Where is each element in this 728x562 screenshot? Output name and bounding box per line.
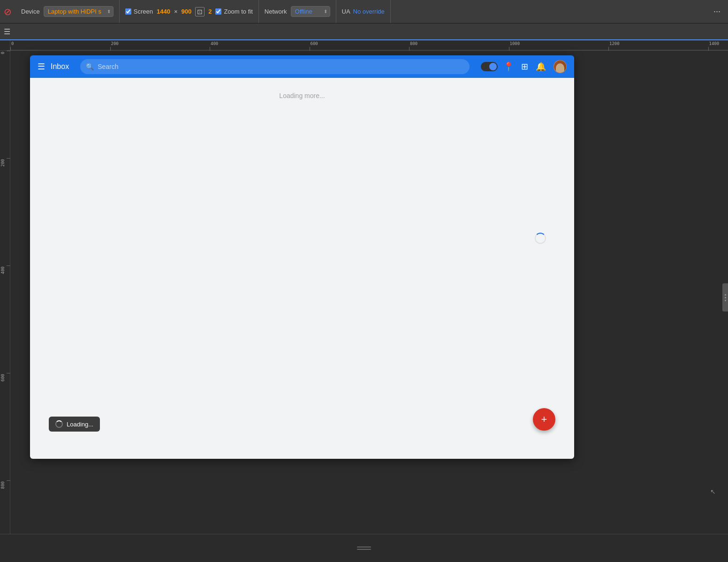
screen-checkbox-label[interactable]: Screen — [125, 8, 153, 15]
ua-section: UA No override — [336, 0, 391, 23]
drag-bar-2 — [357, 549, 371, 550]
screen-label: Screen — [134, 8, 153, 15]
device-selector[interactable]: Laptop with HiDPI s — [44, 6, 114, 17]
canvas-area: 0 200 400 600 800 1000 1200 1400 — [0, 40, 728, 534]
toolbar-row1: ⊘ Device Laptop with HiDPI s ⬍ Screen 14… — [0, 0, 728, 23]
resize-dot-3 — [725, 300, 726, 301]
toolbar-row2: ☰ — [0, 23, 728, 40]
ua-label: UA — [342, 8, 350, 15]
screen-height: 900 — [181, 8, 191, 15]
ruler-corner — [0, 40, 10, 51]
zoom-checkbox[interactable] — [215, 8, 221, 15]
avatar[interactable] — [554, 60, 567, 73]
search-placeholder: Search — [98, 63, 118, 70]
app-content: Loading more... + Loading... — [30, 78, 574, 459]
device-section: Device Laptop with HiDPI s ⬍ — [15, 0, 120, 23]
screen-x: × — [174, 8, 178, 15]
toggle-switch[interactable] — [481, 62, 498, 71]
zoom-checkbox-label[interactable]: Zoom to fit — [215, 8, 252, 15]
search-icon: 🔍 — [86, 63, 94, 70]
bottom-area — [0, 534, 728, 562]
resize-arrow-icon[interactable]: ↖ — [710, 488, 716, 495]
screen-width: 1440 — [157, 8, 170, 15]
ruler-horizontal: 0 200 400 600 800 1000 1200 1400 — [10, 40, 728, 51]
screen-checkbox[interactable] — [125, 8, 131, 15]
zoom-label: Zoom to fit — [224, 8, 252, 15]
app-title: Inbox — [51, 62, 69, 71]
network-section: Network Offline Online Slow 3G Fast 3G ⬍ — [259, 0, 336, 23]
more-options-button[interactable]: ··· — [710, 5, 724, 18]
screenshot-icon[interactable]: ⊡ — [195, 7, 205, 16]
device-select-wrapper[interactable]: Laptop with HiDPI s ⬍ — [44, 6, 114, 17]
loading-more-text: Loading more... — [279, 92, 325, 99]
fab-button[interactable]: + — [533, 408, 555, 431]
bottom-drag-handle[interactable] — [357, 547, 371, 550]
drag-bar-1 — [357, 547, 371, 547]
location-icon[interactable]: 📍 — [503, 61, 514, 72]
fab-icon: + — [541, 413, 547, 425]
content-spinner — [535, 233, 546, 244]
loading-toast-text: Loading... — [67, 421, 93, 428]
network-selector[interactable]: Offline Online Slow 3G Fast 3G — [291, 6, 330, 17]
ua-value: No override — [353, 8, 385, 15]
no-entry-icon[interactable]: ⊘ — [4, 6, 12, 17]
dpr-value: 2 — [208, 8, 212, 15]
notifications-icon[interactable]: 🔔 — [536, 61, 546, 72]
ruler-vertical: 0 200 400 600 800 1000 — [0, 51, 10, 534]
device-label: Device — [21, 8, 40, 15]
search-bar[interactable]: 🔍 Search — [80, 59, 470, 74]
resize-handle-right[interactable] — [722, 283, 728, 311]
menu-icon[interactable]: ☰ — [38, 61, 45, 72]
device-frame: ☰ Inbox 🔍 Search 📍 ⊞ 🔔 Loading more... — [30, 55, 574, 459]
loading-toast: Loading... — [49, 417, 100, 432]
network-select-wrapper[interactable]: Offline Online Slow 3G Fast 3G ⬍ — [291, 6, 330, 17]
screen-section: Screen 1440 × 900 ⊡ 2 Zoom to fit — [120, 0, 259, 23]
hamburger-icon[interactable]: ☰ — [4, 27, 10, 36]
resize-dot-2 — [725, 297, 726, 298]
app-header: ☰ Inbox 🔍 Search 📍 ⊞ 🔔 — [30, 55, 574, 78]
header-icons: 📍 ⊞ 🔔 — [503, 60, 567, 73]
resize-dot-1 — [725, 294, 726, 296]
avatar-figure — [556, 63, 564, 73]
loading-toast-spinner — [55, 420, 63, 428]
grid-icon[interactable]: ⊞ — [521, 61, 528, 72]
network-label: Network — [265, 8, 287, 15]
